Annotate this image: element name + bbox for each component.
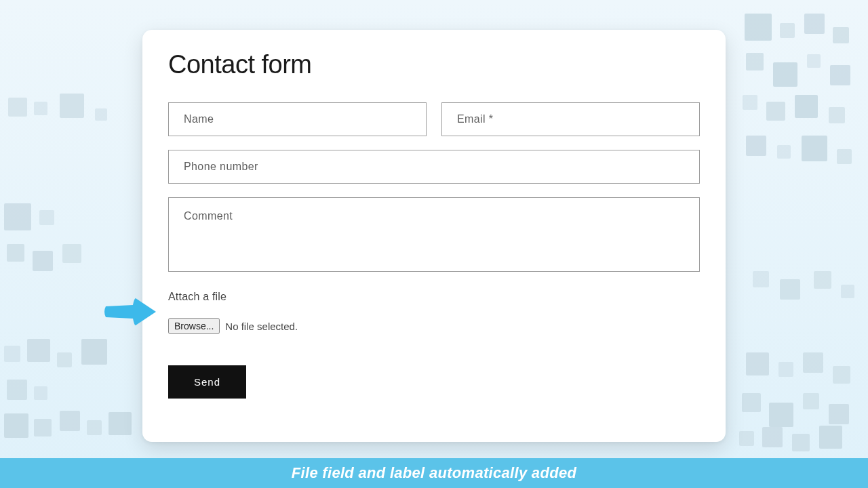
phone-placeholder: Phone number [184,161,258,173]
comment-placeholder: Comment [184,210,233,222]
contact-form-card: Contact form Name Email * Phone number C… [142,30,726,442]
name-placeholder: Name [184,113,214,125]
send-button[interactable]: Send [168,365,246,399]
file-status-text: No file selected. [225,321,298,332]
email-field[interactable]: Email * [441,102,700,136]
file-input-row: Browse... No file selected. [168,318,700,334]
attach-file-label: Attach a file [168,291,700,303]
name-field[interactable]: Name [168,102,427,136]
form-title: Contact form [168,50,700,79]
phone-field[interactable]: Phone number [168,150,700,184]
browse-button[interactable]: Browse... [168,318,220,334]
caption-text: File field and label automatically added [292,464,576,482]
caption-bar: File field and label automatically added [0,458,868,488]
email-placeholder: Email * [457,113,493,125]
comment-field[interactable]: Comment [168,197,700,272]
callout-arrow-icon [100,291,161,332]
